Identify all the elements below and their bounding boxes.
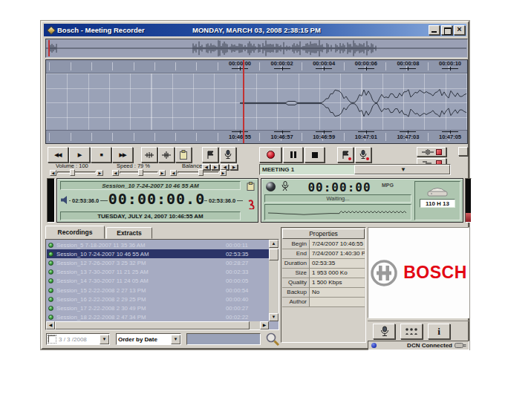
recorder-status-text: Waiting... <box>327 195 350 202</box>
copy-extract-button[interactable] <box>175 147 192 163</box>
order-by-combo[interactable]: Order by Date ▼ <box>116 333 181 345</box>
speed-track[interactable] <box>120 171 158 174</box>
wave-zoom-out-button[interactable] <box>141 147 157 163</box>
slider-left-icon[interactable]: ◀ <box>50 170 56 176</box>
clipboard-icon[interactable] <box>247 182 255 191</box>
microphone-icon <box>380 326 389 337</box>
speaker-icon[interactable] <box>61 196 69 204</box>
recorder-ball-icon[interactable] <box>266 182 276 191</box>
date-filter-combo[interactable]: 3 / 3 /2008 ▼ <box>46 333 110 345</box>
vscroll-thumb[interactable] <box>269 249 279 260</box>
wave-zoom-in-button[interactable] <box>158 147 175 163</box>
recording-row[interactable]: Session_10 7-24-2007 10 46 55 AM02:53:35 <box>47 249 269 258</box>
session-name: Session_10 7-24-2007 10 46 55 AM <box>56 251 226 257</box>
slider-right-icon[interactable]: ▶ <box>159 170 166 176</box>
hscroll-thumb[interactable] <box>55 321 250 329</box>
play-button[interactable]: ▶ <box>69 147 90 163</box>
recording-row[interactable]: Session_16 2-22-2008 2 29 25 PM00:00:40 <box>47 295 269 303</box>
speed-slider[interactable]: ◀ ▶ <box>112 169 166 176</box>
bosch-logo-icon <box>370 259 398 287</box>
balance-thumb[interactable] <box>198 169 203 176</box>
recording-row[interactable]: Session_18 2-22-2008 2 47 34 PM00:02:22 <box>47 313 269 322</box>
close-icon[interactable] <box>454 25 465 35</box>
volume-slider[interactable]: ◀ ▶ <box>50 169 103 176</box>
chevron-down-icon[interactable]: ▼ <box>171 335 180 344</box>
time-label: 10:46:57 <box>271 131 293 140</box>
slider-right-icon[interactable]: ▶ <box>97 170 103 176</box>
insert-marker-record-button[interactable] <box>337 147 354 163</box>
recording-row[interactable]: Session_14 7-30-2007 11 24 05 AM00:00:05 <box>47 277 269 286</box>
recording-row[interactable]: Session_13 7-30-2007 11 21 25 AM00:02:33 <box>47 268 269 277</box>
play-icon: ▶ <box>78 152 81 157</box>
rewind-button[interactable]: ◀◀ <box>48 147 68 163</box>
recording-row[interactable]: Session_5 7-18-2007 11 35 36 AM00:00:11 <box>47 240 269 249</box>
monitor-mic-button[interactable] <box>220 147 236 163</box>
brand-name: BOSCH <box>403 263 467 283</box>
ruler-minor-tick <box>154 62 155 70</box>
properties-header[interactable]: Properties <box>282 229 365 239</box>
property-row: Duration02:53:35 <box>282 259 365 269</box>
panel-expand-button[interactable] <box>458 147 468 156</box>
info-button[interactable]: i <box>428 324 450 339</box>
stop-playback-button[interactable]: ■ <box>91 147 111 163</box>
volume-thumb[interactable] <box>70 169 75 176</box>
time-tick-icon <box>400 131 416 134</box>
waveform-overview[interactable] <box>45 39 468 58</box>
volume-track[interactable] <box>57 171 96 174</box>
scroll-up-icon[interactable]: ▲ <box>269 240 279 248</box>
meeting-select[interactable]: MEETING 1 ▼ <box>259 164 451 175</box>
balance-track[interactable] <box>178 171 219 174</box>
record-mic-button[interactable] <box>355 147 371 163</box>
date-filter-checkbox[interactable] <box>48 335 56 343</box>
title-bar[interactable]: Bosch - Meeting Recorder MONDAY, MARCH 0… <box>44 24 466 36</box>
slider-right-icon[interactable]: ▶ <box>220 170 227 176</box>
pause-record-button[interactable] <box>283 147 303 163</box>
stop-record-button[interactable] <box>305 147 325 163</box>
marker-button[interactable] <box>202 147 218 163</box>
microphone-manager-button[interactable] <box>373 324 395 339</box>
recording-row[interactable]: Session_12 7-26-2007 3 25 32 PM00:28:27 <box>47 258 269 267</box>
search-input[interactable] <box>186 333 261 345</box>
ruler-minor-tick <box>344 62 345 70</box>
horizontal-scrollbar[interactable]: ◀ ▶ <box>46 321 269 329</box>
time-tick-icon <box>274 67 290 69</box>
recording-row[interactable]: Session_15 2-22-2008 2 27 13 PM00:00:54 <box>47 286 269 295</box>
tab-extracts[interactable]: Extracts <box>106 227 152 239</box>
delegates-button[interactable] <box>400 324 423 339</box>
fast-forward-button[interactable]: ▶▶ <box>112 147 133 163</box>
minimize-icon[interactable] <box>429 25 440 35</box>
time-tick-icon <box>316 131 332 134</box>
scroll-left-icon[interactable]: ◀ <box>46 321 55 329</box>
record-button[interactable] <box>259 147 281 163</box>
waveform-main[interactable] <box>46 73 467 131</box>
time-label-text: 10:46:57 <box>271 134 293 140</box>
mic-next-button[interactable]: ▶ <box>229 164 238 170</box>
pin-icon[interactable] <box>247 200 255 209</box>
ruler-minor-tick <box>175 133 176 141</box>
recording-row[interactable]: Session_17 2-22-2008 2 30 49 PM00:00:27 <box>47 303 269 312</box>
overview-playhead[interactable] <box>48 40 50 56</box>
maximize-icon[interactable] <box>441 25 452 35</box>
speed-thumb[interactable] <box>138 169 143 176</box>
tab-recordings[interactable]: Recordings <box>45 226 105 239</box>
balance-slider[interactable]: ◀ ▶ <box>170 169 227 176</box>
slider-left-icon[interactable]: ◀ <box>112 170 119 176</box>
search-icon[interactable] <box>265 332 280 347</box>
overview-toggle-button[interactable] <box>417 147 446 157</box>
ruler-absolute-time[interactable]: 10:46:5510:46:5710:46:5910:47:0110:47:03… <box>46 131 467 143</box>
slider-left-icon[interactable]: ◀ <box>170 170 177 176</box>
playhead-cursor[interactable] <box>243 60 244 144</box>
balance-label: Balance <box>182 163 202 169</box>
chevron-down-icon[interactable]: ▼ <box>100 335 109 344</box>
time-tick-icon <box>274 131 290 134</box>
ruler-relative-time[interactable]: 00:00:0000:00:0200:00:0400:00:0600:00:08… <box>46 60 467 73</box>
time-label-text: 00:00:02 <box>271 61 293 67</box>
session-name: Session_15 2-22-2008 2 27 13 PM <box>56 287 226 294</box>
scroll-right-icon[interactable]: ▶ <box>260 321 269 329</box>
property-label: Duration <box>282 259 310 268</box>
tab-label: Recordings <box>58 229 93 236</box>
chevron-down-icon[interactable]: ▼ <box>354 165 450 174</box>
scroll-down-icon[interactable]: ▼ <box>269 313 279 321</box>
right-arrow-icon: ▶ <box>214 165 216 169</box>
vertical-scrollbar[interactable]: ▲ ▼ <box>269 240 279 321</box>
